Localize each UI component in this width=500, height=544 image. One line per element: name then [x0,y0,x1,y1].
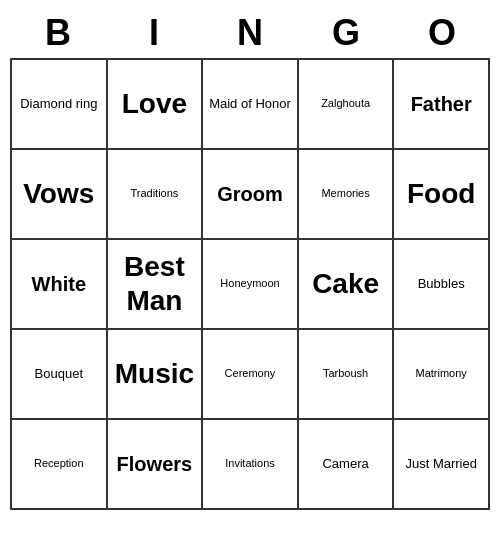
bingo-cell-8: Memories [299,150,395,240]
header-letter-n: N [202,8,298,58]
cell-text-7: Groom [217,182,283,206]
header-letter-g: G [298,8,394,58]
header-letter-b: B [10,8,106,58]
cell-text-17: Ceremony [225,367,276,380]
bingo-cell-3: Zalghouta [299,60,395,150]
bingo-cell-18: Tarboush [299,330,395,420]
cell-text-15: Bouquet [35,366,83,382]
header-letter-o: O [394,8,490,58]
cell-text-14: Bubbles [418,276,465,292]
cell-text-21: Flowers [117,452,193,476]
bingo-cell-4: Father [394,60,490,150]
cell-text-3: Zalghouta [321,97,370,110]
cell-text-16: Music [115,357,194,391]
bingo-cell-17: Ceremony [203,330,299,420]
bingo-cell-14: Bubbles [394,240,490,330]
bingo-cell-22: Invitations [203,420,299,510]
cell-text-5: Vows [23,177,94,211]
cell-text-24: Just Married [405,456,477,472]
cell-text-10: White [32,272,86,296]
bingo-header: BINGO [10,8,490,58]
cell-text-2: Maid of Honor [209,96,291,112]
bingo-grid: Diamond ringLoveMaid of HonorZalghoutaFa… [10,58,490,510]
bingo-cell-0: Diamond ring [12,60,108,150]
bingo-cell-11: Best Man [108,240,204,330]
bingo-cell-15: Bouquet [12,330,108,420]
cell-text-23: Camera [322,456,368,472]
cell-text-1: Love [122,87,187,121]
cell-text-11: Best Man [112,250,198,317]
cell-text-13: Cake [312,267,379,301]
bingo-cell-6: Traditions [108,150,204,240]
bingo-cell-13: Cake [299,240,395,330]
bingo-cell-9: Food [394,150,490,240]
bingo-cell-23: Camera [299,420,395,510]
bingo-cell-10: White [12,240,108,330]
bingo-cell-7: Groom [203,150,299,240]
bingo-cell-12: Honeymoon [203,240,299,330]
cell-text-20: Reception [34,457,84,470]
cell-text-19: Matrimony [416,367,467,380]
cell-text-6: Traditions [130,187,178,200]
bingo-cell-24: Just Married [394,420,490,510]
cell-text-22: Invitations [225,457,275,470]
bingo-cell-20: Reception [12,420,108,510]
cell-text-4: Father [411,92,472,116]
cell-text-18: Tarboush [323,367,368,380]
header-letter-i: I [106,8,202,58]
bingo-cell-16: Music [108,330,204,420]
cell-text-9: Food [407,177,475,211]
bingo-cell-5: Vows [12,150,108,240]
cell-text-0: Diamond ring [20,96,97,112]
bingo-cell-21: Flowers [108,420,204,510]
bingo-cell-19: Matrimony [394,330,490,420]
bingo-cell-2: Maid of Honor [203,60,299,150]
cell-text-8: Memories [321,187,369,200]
bingo-cell-1: Love [108,60,204,150]
cell-text-12: Honeymoon [220,277,279,290]
